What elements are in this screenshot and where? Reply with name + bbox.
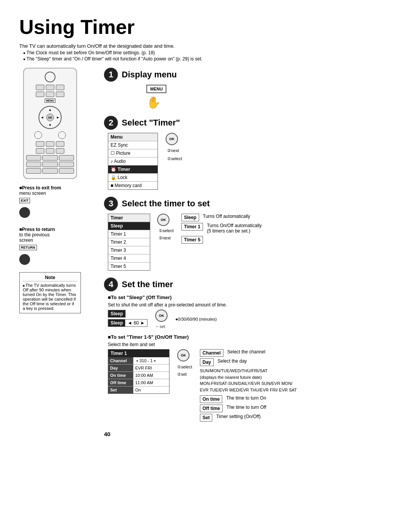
note-box: Note The TV automatically turns Off afte… <box>19 272 81 313</box>
step3-timer-table: Timer Sleep Timer 1 Timer 2 Timer 3 Time… <box>108 214 150 271</box>
timer1-desc: Turns On/Off automatically (5 timers can… <box>207 223 262 234</box>
timer5-row: Timer 5 <box>181 236 262 244</box>
menu-row-timer: ⏰ Timer <box>108 166 158 174</box>
sleep-setting-row: Sleep Sleep ◄ 60 ► OK <box>108 309 397 329</box>
step4-number: 4 <box>104 278 118 291</box>
sleep-box-header: Sleep <box>108 310 125 317</box>
onoff-subsection: ■To set "Timer 1-5" (On/Off Timer) Selec… <box>108 334 397 423</box>
timer1-ontime-row: On time 10:00 AM <box>108 372 169 379</box>
offtime-info: Off time The time to turn Off <box>200 405 297 412</box>
press-exit-section: ■Press to exit from menu screen EXIT <box>19 185 96 221</box>
set-info: Set Timer setting (On/Off) <box>200 414 297 422</box>
timer-row-header: Timer <box>108 214 150 222</box>
timer1-info-row: Timer 1 Turns On/Off automatically (5 ti… <box>181 223 262 234</box>
remote-btn-7 <box>36 141 44 147</box>
day-options: SUN/MON/TUE/WED/THU/FRI/SAT (displays th… <box>200 368 297 393</box>
step3-ok-circle: OK <box>157 214 169 226</box>
step2-ok-circle: OK <box>166 133 178 145</box>
step3-next-label: ②next <box>159 236 174 241</box>
remote-dpad: ▲ ◄ OK ► ▼ <box>39 106 62 129</box>
onoff-select-label: ①select <box>177 365 192 370</box>
dpad-ok: OK <box>46 114 54 121</box>
channel-info: Channel Select the channel <box>200 349 297 357</box>
dpad-right-arrow: ► <box>56 115 60 119</box>
step1-section: 1 Display menu MENU ✋ <box>104 68 397 109</box>
press-return-sub2: screen <box>19 238 96 243</box>
timer1-channel-row: Channel ◄ 310 - 1 ► <box>108 357 169 365</box>
remote-grid-8 <box>42 168 57 174</box>
set-info-box: Set <box>200 414 213 422</box>
remote-btn-2 <box>46 85 54 90</box>
step2-number: 2 <box>104 116 118 130</box>
menu-row-picture: ☐ Picture <box>108 149 158 157</box>
dpad-up-arrow: ▲ <box>49 108 52 112</box>
right-column: 1 Display menu MENU ✋ 2 Select "Timer" M… <box>104 68 397 437</box>
sleep-ok-circle: OK <box>155 309 168 322</box>
remote-grid-9 <box>59 168 74 174</box>
remote-grid-7 <box>26 168 41 174</box>
channel-desc: Select the channel <box>227 349 265 355</box>
sleep-subsection: ■To set "Sleep" (Off Timer) Set to shut … <box>108 294 397 329</box>
remote-control: MENU ▲ ◄ OK ► ▼ <box>23 68 77 179</box>
menu-row-lock: 🔒 Lock <box>108 174 158 182</box>
offtime-info-box: Off time <box>200 405 223 412</box>
step1-number: 1 <box>104 68 118 82</box>
sleep-right-arrow: ► <box>140 320 145 326</box>
sleep-value: 60 <box>134 320 139 326</box>
sleep-box: Sleep <box>108 310 126 318</box>
timer-row-3: Timer 3 <box>108 246 150 254</box>
step1-title: Display menu <box>122 70 177 80</box>
timer1-offtime-row: Off time 11:00 AM <box>108 379 169 386</box>
timer-row-sleep: Sleep <box>108 222 150 230</box>
intro-text: The TV can automatically turn On/Off at … <box>19 43 397 49</box>
timer-row-5: Timer 5 <box>108 263 150 270</box>
sleep-left-arrow: ◄ <box>127 320 132 326</box>
page-number: 40 <box>104 431 397 437</box>
sleep-info-box: Sleep <box>181 214 199 221</box>
menu-icon: MENU <box>146 85 166 93</box>
offtime-desc: The time to turn Off <box>226 405 266 410</box>
step2-title: Select "Timer" <box>122 118 180 128</box>
left-column: MENU ▲ ◄ OK ► ▼ <box>19 68 96 437</box>
remote-top-circle <box>45 72 55 82</box>
timer-row-2: Timer 2 <box>108 238 150 246</box>
remote-btn-11 <box>46 148 54 154</box>
press-return-label: ■Press to return <box>19 227 96 232</box>
remote-btn-3 <box>56 85 64 90</box>
ontime-info-box: On time <box>200 395 223 403</box>
step3-number: 3 <box>104 197 118 211</box>
step4-title: Set the timer <box>122 279 173 289</box>
note-text: The TV automatically turns Off after 90 … <box>23 283 77 311</box>
press-return-sub: to the previous <box>19 232 96 238</box>
return-button-icon[interactable] <box>19 254 30 265</box>
timer1-set-row: Set On <box>108 386 169 393</box>
sleep-minutes-note: ●0/30/60/90 (minutes) <box>175 317 217 321</box>
menu-row-audio: ♪ Audio <box>108 157 158 166</box>
day-info: Day Select the day <box>200 358 297 366</box>
onoff-ok-circle: OK <box>177 349 190 361</box>
step3-title: Select the timer to set <box>122 199 210 209</box>
exit-button-icon[interactable] <box>19 207 30 218</box>
press-return-section: ■Press to return to the previous screen … <box>19 227 96 268</box>
remote-btn-5 <box>46 92 54 97</box>
remote-grid-3 <box>59 155 74 161</box>
onoff-setting-row: Timer 1 Channel ◄ 310 - 1 ► Day EVR FRI … <box>108 349 397 423</box>
sleep-desc: Turns Off automatically <box>203 214 250 219</box>
remote-btn-9 <box>56 141 64 147</box>
sleep-section-label: ■To set "Sleep" (Off Timer) <box>108 294 397 300</box>
remote-btn-4 <box>36 92 44 97</box>
timer1-day-row: Day EVR FRI <box>108 365 169 372</box>
step2-menu-table: Menu EZ Sync ☐ Picture ♪ Audio ⏰ Timer 🔒… <box>108 133 158 190</box>
ontime-info: On time The time to turn On <box>200 395 297 403</box>
remote-btn-6 <box>56 92 64 97</box>
channel-info-box: Channel <box>200 349 223 357</box>
note-title: Note <box>23 275 77 281</box>
return-label: RETURN <box>19 245 37 250</box>
dpad-left-arrow: ◄ <box>40 115 44 119</box>
timer1-settings-table: Timer 1 Channel ◄ 310 - 1 ► Day EVR FRI … <box>108 349 169 394</box>
timer1-table-header: Timer 1 <box>108 350 169 357</box>
remote-btn-10 <box>36 148 44 154</box>
timer5-info-box: Timer 5 <box>181 236 203 244</box>
timer1-info-box: Timer 1 <box>181 223 203 231</box>
remote-btn-1 <box>36 85 44 90</box>
